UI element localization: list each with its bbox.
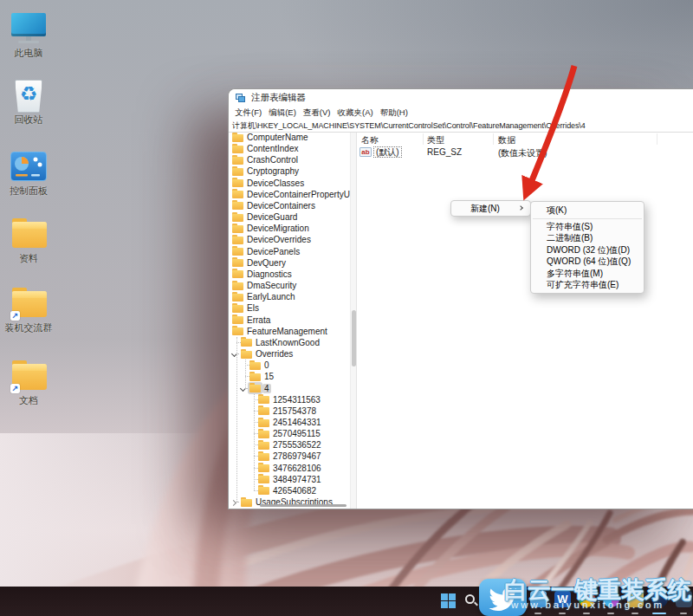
menu-1[interactable]: 编辑(E) [265, 107, 300, 119]
folder-icon [258, 441, 269, 450]
folder-icon [232, 167, 243, 176]
submenu-item-2[interactable]: 二进制值(B) [531, 232, 644, 244]
desktop-icon-this-pc[interactable]: 此电脑 [1, 11, 56, 58]
tree-node-2570495115[interactable]: 2570495115 [258, 428, 322, 439]
menu-4[interactable]: 帮助(H) [377, 107, 411, 119]
tree-node-DeviceContainerPropertyUpda[interactable]: DeviceContainerPropertyUpda [232, 189, 350, 200]
tree-node-2755536522[interactable]: 2755536522 [258, 439, 323, 451]
tree-node-CrashControl[interactable]: CrashControl [232, 154, 300, 165]
folder-icon [232, 224, 243, 233]
submenu-item-5[interactable]: 多字符串值(M) [531, 268, 644, 280]
tree-node-DevicePanels[interactable]: DevicePanels [232, 246, 301, 257]
tree-connector-line [254, 433, 258, 434]
tree-node-ComputerName[interactable]: ComputerName [232, 133, 310, 143]
address-bar[interactable]: 计算机\HKEY_LOCAL_MACHINE\SYSTEM\CurrentCon… [229, 120, 693, 133]
submenu-item-3[interactable]: DWORD (32 位)值(D) [531, 244, 644, 256]
column-header-0[interactable]: 名称 [361, 134, 379, 146]
desktop-icon-control-panel[interactable]: 控制面板 [1, 149, 56, 196]
address-text: 计算机\HKEY_LOCAL_MACHINE\SYSTEM\CurrentCon… [232, 120, 586, 132]
tree-node-DeviceOverrides[interactable]: DeviceOverrides [232, 234, 313, 245]
tree-node-EarlyLaunch[interactable]: EarlyLaunch [232, 291, 297, 302]
submenu-item-6[interactable]: 可扩充字符串值(E) [531, 279, 644, 291]
tree-connector-line [254, 490, 258, 491]
tree-node-DmaSecurity[interactable]: DmaSecurity [232, 280, 298, 291]
desktop-icon-label: 资料 [1, 254, 56, 263]
tree-node-label: 2451464331 [271, 418, 323, 427]
desktop-icon-recycle-bin[interactable]: ♻回收站 [1, 78, 56, 125]
submenu-item-4[interactable]: QWORD (64 位)值(Q) [531, 256, 644, 268]
folder-icon [232, 201, 243, 210]
desktop-icon-folder-data[interactable]: 资料 [1, 217, 56, 263]
tree-node-Els[interactable]: Els [232, 302, 261, 314]
tree-node-DeviceMigration[interactable]: DeviceMigration [232, 223, 311, 234]
folder-icon [249, 373, 261, 381]
shortcut-arrow-icon: ↗ [10, 384, 20, 393]
folder-icon [232, 213, 243, 222]
folder-icon [232, 247, 243, 256]
tree-node-Errata[interactable]: Errata [232, 314, 272, 326]
tree-connector-line [236, 342, 241, 343]
menu-3[interactable]: 收藏夹(A) [334, 107, 376, 119]
menu-0[interactable]: 文件(F) [231, 107, 265, 119]
tree-node-LastKnownGood[interactable]: LastKnownGood [241, 337, 321, 348]
value-row[interactable]: ab (默认) REG_SZ (数值未设置) [357, 146, 693, 158]
tree-node-4[interactable]: 4 [249, 383, 271, 394]
tree-node-2786979467[interactable]: 2786979467 [258, 451, 323, 462]
tree-node-3476628106[interactable]: 3476628106 [258, 463, 323, 474]
tree-node-15[interactable]: 15 [249, 371, 275, 382]
tree-connector-line [236, 337, 237, 502]
submenu-item-1[interactable]: 字符串值(S) [531, 221, 644, 233]
tree-horizontal-scrollbar[interactable] [260, 504, 346, 507]
tree-node-DeviceContainers[interactable]: DeviceContainers [232, 200, 317, 211]
tree-node-FeatureManagement[interactable]: FeatureManagement [232, 326, 329, 337]
column-separator [493, 133, 494, 145]
tree-node-Overrides[interactable]: Overrides [241, 348, 295, 360]
tree-connector-line [245, 365, 249, 366]
folder-icon [232, 269, 243, 278]
submenu-item-0[interactable]: 项(K) [531, 204, 644, 217]
tree-connector-line [254, 479, 258, 480]
tree-node-DeviceClasses[interactable]: DeviceClasses [232, 178, 306, 189]
desktop-icon-label: 控制面板 [1, 186, 56, 196]
tree-connector-line [254, 394, 255, 490]
tree-node-0[interactable]: 0 [249, 360, 271, 371]
folder-icon [258, 395, 269, 404]
tree-node-label: 4 [262, 384, 271, 393]
desktop-icon-label: 装机交流群 [1, 323, 56, 333]
tree-node-3484974731[interactable]: 3484974731 [258, 474, 323, 485]
menu-item-new[interactable]: 新建(N) [470, 203, 500, 215]
submenu-arrow-icon [518, 205, 523, 211]
tree-vertical-scrollbar[interactable] [350, 133, 356, 509]
menu-2[interactable]: 查看(V) [300, 107, 334, 119]
tree-node-label: LastKnownGood [254, 338, 321, 347]
watermark-url: www.baiyunxitong.com [511, 600, 664, 610]
tree-node-DevQuery[interactable]: DevQuery [232, 257, 288, 269]
tree-node-label: 3476628106 [271, 464, 323, 473]
column-header-1[interactable]: 类型 [427, 134, 444, 146]
window-titlebar[interactable]: 注册表编辑器 [229, 89, 693, 107]
tree-node-DeviceGuard[interactable]: DeviceGuard [232, 211, 299, 223]
folder-icon [241, 338, 252, 347]
new-submenu: 项(K)字符串值(S)二进制值(B)DWORD (32 位)值(D)QWORD … [530, 201, 644, 294]
tree-connector-line [254, 411, 258, 412]
tree-node-Diagnostics[interactable]: Diagnostics [232, 269, 294, 280]
desktop-icon-folder-tools[interactable]: ↗装机交流群 [1, 286, 56, 333]
tree-node-ContentIndex[interactable]: ContentIndex [232, 143, 301, 154]
start-button[interactable] [441, 593, 456, 608]
search-icon[interactable] [465, 594, 475, 604]
tree-node-426540682[interactable]: 426540682 [258, 485, 318, 496]
tree-node-Cryptography[interactable]: Cryptography [232, 165, 301, 177]
tree-node-label: FeatureManagement [245, 327, 329, 336]
tree-node-label: DeviceContainerPropertyUpda [245, 190, 350, 199]
tree-node-215754378[interactable]: 215754378 [258, 405, 318, 417]
folder-icon [232, 293, 243, 302]
folder-icon [241, 350, 252, 359]
tree-node-1254311563[interactable]: 1254311563 [258, 394, 322, 405]
menu-bar: 文件(F)编辑(E)查看(V)收藏夹(A)帮助(H) [229, 107, 693, 120]
tree-node-label: Diagnostics [245, 269, 294, 279]
column-header-2[interactable]: 数据 [498, 134, 515, 146]
folder-icon [258, 475, 269, 483]
value-name[interactable]: (默认) [373, 146, 402, 158]
tree-node-2451464331[interactable]: 2451464331 [258, 417, 323, 428]
desktop-icon-folder-docs[interactable]: ↗文档 [1, 359, 56, 405]
